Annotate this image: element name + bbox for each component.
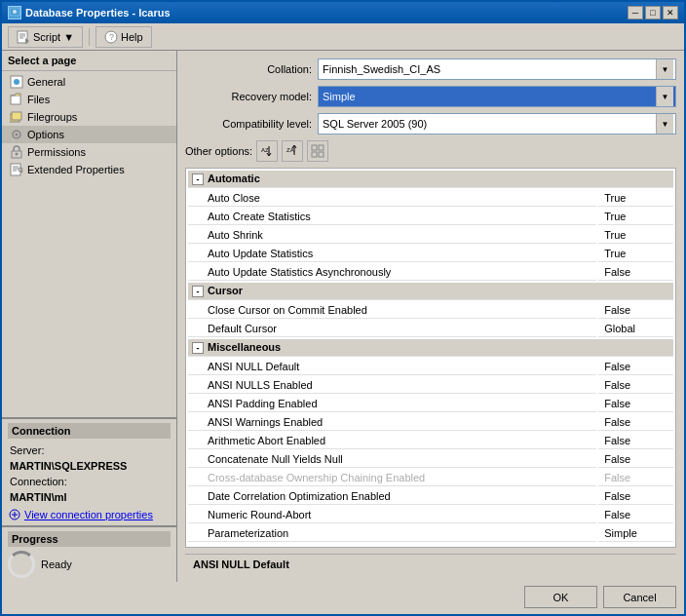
value-cell: False xyxy=(598,302,673,319)
group-expand-icon[interactable]: - xyxy=(192,173,204,185)
options-table[interactable]: -AutomaticAuto CloseTrueAuto Create Stat… xyxy=(185,168,676,548)
help-label: Help xyxy=(121,31,143,43)
connection-section: Connection Server: MARTIN\SQLEXPRESS Con… xyxy=(2,417,176,525)
group-expand-icon[interactable]: - xyxy=(192,286,204,297)
progress-spinner xyxy=(8,551,35,578)
help-button[interactable]: ? Help xyxy=(95,26,152,48)
table-row[interactable]: ParameterizationSimple xyxy=(188,525,673,542)
value-cell: False xyxy=(598,264,673,281)
connection-server-label: Server: xyxy=(8,443,171,458)
collation-select[interactable]: Finnish_Swedish_CI_AS ▼ xyxy=(318,58,676,80)
table-row[interactable]: Auto Create StatisticsTrue xyxy=(188,209,673,225)
value-cell: Simple xyxy=(598,525,673,542)
recovery-dropdown-arrow[interactable]: ▼ xyxy=(656,87,673,106)
view-connection-properties-link[interactable]: View connection properties xyxy=(8,508,171,521)
collation-select-wrapper: Finnish_Swedish_CI_AS ▼ xyxy=(318,58,676,80)
recovery-row: Recovery model: Simple ▼ xyxy=(185,86,676,107)
value-cell: False xyxy=(598,377,673,394)
sort-za-button[interactable]: ZA xyxy=(282,140,303,162)
toolbar: Script ▼ ? Help xyxy=(2,23,684,51)
extended-properties-icon xyxy=(10,163,23,176)
category-button[interactable] xyxy=(307,140,328,162)
sidebar-item-files[interactable]: Files xyxy=(2,91,176,108)
maximize-button[interactable]: □ xyxy=(645,6,661,19)
recovery-select-wrapper: Simple ▼ xyxy=(318,86,676,107)
table-row[interactable]: Auto Update StatisticsTrue xyxy=(188,246,673,262)
sidebar: Select a page General xyxy=(2,51,177,582)
files-icon xyxy=(10,93,23,106)
table-row[interactable]: Arithmetic Abort EnabledFalse xyxy=(188,433,673,449)
titlebar-buttons: ─ □ ✕ xyxy=(628,6,678,19)
sidebar-item-filegroups[interactable]: Filegroups xyxy=(2,108,176,126)
right-panel: Collation: Finnish_Swedish_CI_AS ▼ Recov… xyxy=(177,51,684,582)
bottom-buttons: OK Cancel xyxy=(2,582,684,614)
table-group-row[interactable]: -Automatic xyxy=(188,171,673,188)
table-row[interactable]: Date Correlation Optimization EnabledFal… xyxy=(188,488,673,505)
table-row[interactable]: Auto Update Statistics AsynchronouslyFal… xyxy=(188,264,673,281)
value-cell: False xyxy=(598,470,673,486)
sidebar-item-options[interactable]: Options xyxy=(2,126,176,143)
property-cell: Numeric Round-Abort xyxy=(188,507,596,523)
sidebar-item-extended-properties[interactable]: Extended Properties xyxy=(2,161,176,178)
recovery-select[interactable]: Simple ▼ xyxy=(318,86,676,107)
extended-properties-label: Extended Properties xyxy=(27,164,125,175)
sort-az-button[interactable]: AZ xyxy=(256,140,278,162)
compatibility-select[interactable]: SQL Server 2005 (90) ▼ xyxy=(318,113,676,135)
minimize-button[interactable]: ─ xyxy=(628,6,643,19)
table-row[interactable]: Auto ShrinkTrue xyxy=(188,227,673,244)
group-expand-icon[interactable]: - xyxy=(192,342,204,354)
table-row[interactable]: Numeric Round-AbortFalse xyxy=(188,507,673,523)
table-row[interactable]: Auto CloseTrue xyxy=(188,190,673,207)
property-cell: Close Cursor on Commit Enabled xyxy=(188,302,596,319)
table-row[interactable]: Close Cursor on Commit EnabledFalse xyxy=(188,302,673,319)
general-label: General xyxy=(27,76,65,88)
script-icon xyxy=(17,30,30,44)
table-row[interactable]: ANSI Padding EnabledFalse xyxy=(188,396,673,412)
general-icon xyxy=(10,75,23,89)
svg-rect-31 xyxy=(312,145,317,150)
sidebar-item-general[interactable]: General xyxy=(2,73,176,91)
table-row[interactable]: ANSI NULL DefaultFalse xyxy=(188,359,673,375)
compatibility-value: SQL Server 2005 (90) xyxy=(321,118,656,130)
filegroups-label: Filegroups xyxy=(27,111,77,123)
value-cell: False xyxy=(598,359,673,375)
table-row[interactable]: ANSI Warnings EnabledFalse xyxy=(188,414,673,431)
table-group-row[interactable]: -Miscellaneous xyxy=(188,339,673,357)
ok-button[interactable]: OK xyxy=(524,586,597,608)
status-bar: ANSI NULL Default xyxy=(185,554,676,574)
svg-point-10 xyxy=(14,79,19,85)
collation-dropdown-arrow[interactable]: ▼ xyxy=(656,59,673,79)
property-cell: Auto Update Statistics Asynchronously xyxy=(188,264,596,281)
table-row[interactable]: Default CursorGlobal xyxy=(188,321,673,337)
help-icon: ? xyxy=(104,30,118,44)
sidebar-header: Select a page xyxy=(2,51,176,71)
script-button[interactable]: Script ▼ xyxy=(8,26,83,48)
property-cell: Concatenate Null Yields Null xyxy=(188,451,596,468)
close-button[interactable]: ✕ xyxy=(663,6,678,19)
table-row[interactable]: Concatenate Null Yields NullFalse xyxy=(188,451,673,468)
options-label: Options xyxy=(27,129,64,140)
compatibility-dropdown-arrow[interactable]: ▼ xyxy=(656,114,673,134)
titlebar-left: Database Properties - Icarus xyxy=(8,6,171,19)
table-row[interactable]: ANSI NULLS EnabledFalse xyxy=(188,377,673,394)
cancel-button[interactable]: Cancel xyxy=(603,586,676,608)
window-icon xyxy=(8,6,21,19)
script-dropdown-arrow: ▼ xyxy=(63,31,74,43)
progress-status: Ready xyxy=(41,558,72,570)
sidebar-items: General Files xyxy=(2,71,176,417)
property-cell: Date Correlation Optimization Enabled xyxy=(188,488,596,505)
main-content: Select a page General xyxy=(2,51,684,582)
group-label: Cursor xyxy=(208,285,243,296)
property-cell: Auto Update Statistics xyxy=(188,246,596,262)
svg-text:AZ: AZ xyxy=(261,147,269,153)
table-row[interactable]: Cross-database Ownership Chaining Enable… xyxy=(188,470,673,486)
property-cell: ANSI NULLS Enabled xyxy=(188,377,596,394)
svg-rect-33 xyxy=(312,152,317,157)
value-cell: False xyxy=(598,414,673,431)
table-group-row[interactable]: -Cursor xyxy=(188,283,673,300)
property-cell: Auto Shrink xyxy=(188,227,596,244)
compatibility-label: Compatibility level: xyxy=(185,118,312,130)
value-cell: False xyxy=(598,433,673,449)
value-cell: True xyxy=(598,209,673,225)
sidebar-item-permissions[interactable]: Permissions xyxy=(2,143,176,161)
